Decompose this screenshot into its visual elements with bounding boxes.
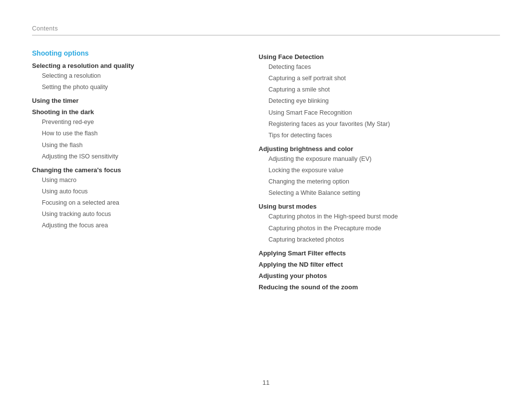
header-label: Contents xyxy=(32,25,58,32)
sub-item: Using tracking auto focus xyxy=(32,209,239,220)
sub-item: Capturing photos in the Precapture mode xyxy=(259,223,500,234)
header-section: Contents xyxy=(32,25,500,35)
sub-item: Tips for detecting faces xyxy=(259,130,500,141)
page-number: 11 xyxy=(263,379,269,386)
sub-item: Using auto focus xyxy=(32,186,239,197)
sub-item: Selecting a White Balance setting xyxy=(259,187,500,199)
sub-item: Using the flash xyxy=(32,140,239,151)
section-bold-title: Selecting a resolution and quality xyxy=(32,62,239,69)
section-bold-title: Reducing the sound of the zoom xyxy=(259,283,500,291)
sub-item: Using Smart Face Recognition xyxy=(259,107,500,119)
sub-item: Adjusting the exposure manually (EV) xyxy=(259,154,500,165)
section-bold-title: Shooting in the dark xyxy=(32,108,239,116)
sub-item: Capturing a self portrait shot xyxy=(259,73,500,84)
content-columns: Shooting options Selecting a resolution … xyxy=(32,49,500,292)
section-bold-title: Adjusting brightness and color xyxy=(259,145,500,153)
section-bold-title: Changing the camera's focus xyxy=(32,166,239,174)
sub-item: Registering faces as your favorites (My … xyxy=(259,119,500,130)
sub-item: Focusing on a selected area xyxy=(32,197,239,209)
section-bold-title: Applying the ND filter effect xyxy=(259,261,500,268)
sub-item: Adjusting the focus area xyxy=(32,220,239,231)
left-column: Shooting options Selecting a resolution … xyxy=(32,49,239,292)
sub-item: Capturing a smile shot xyxy=(259,84,500,95)
sub-item: Adjusting the ISO sensitivity xyxy=(32,151,239,162)
right-column: Using Face DetectionDetecting facesCaptu… xyxy=(259,49,500,292)
left-section-title: Shooting options xyxy=(32,49,239,57)
left-content-list: Selecting a resolution and qualitySelect… xyxy=(32,62,239,231)
sub-item: Preventing red-eye xyxy=(32,117,239,128)
sub-item: Locking the exposure value xyxy=(259,165,500,176)
section-bold-title: Using the timer xyxy=(32,97,239,104)
section-bold-title: Adjusting your photos xyxy=(259,272,500,279)
page-wrapper: Contents Shooting options Selecting a re… xyxy=(0,0,532,401)
sub-item: Setting the photo quality xyxy=(32,82,239,93)
sub-item: How to use the flash xyxy=(32,128,239,139)
sub-item: Capturing bracketed photos xyxy=(259,234,500,246)
sub-item: Detecting eye blinking xyxy=(259,95,500,107)
section-bold-title: Using Face Detection xyxy=(259,53,500,61)
sub-item: Detecting faces xyxy=(259,62,500,73)
sub-item: Capturing photos in the High-speed burst… xyxy=(259,211,500,222)
right-content-list: Using Face DetectionDetecting facesCaptu… xyxy=(259,53,500,291)
section-bold-title: Using burst modes xyxy=(259,203,500,210)
sub-item: Changing the metering option xyxy=(259,176,500,187)
sub-item: Selecting a resolution xyxy=(32,70,239,82)
section-bold-title: Applying Smart Filter effects xyxy=(259,249,500,257)
sub-item: Using macro xyxy=(32,175,239,186)
